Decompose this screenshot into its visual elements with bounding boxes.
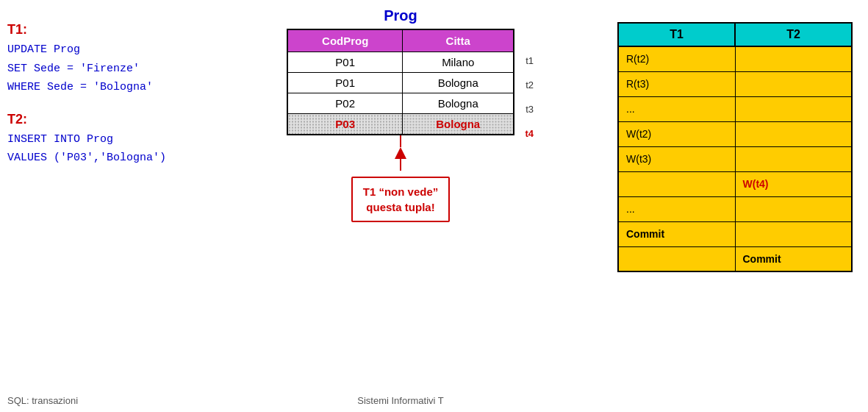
cell-t1-8: Commit <box>618 221 735 246</box>
cell-citta-2: Bologna <box>403 73 514 93</box>
time-t3: t3 <box>526 104 534 115</box>
timeline-row-8: Commit <box>618 221 852 246</box>
footer-left: SQL: transazioni <box>7 395 78 406</box>
t2-line-1: INSERT INTO Prog <box>7 130 257 149</box>
t2-line-2: VALUES ('P03','Bologna') <box>7 149 257 168</box>
header-codprog: CodProg <box>287 29 403 52</box>
t2-label: T2: <box>7 112 257 127</box>
timeline-row-9: Commit <box>618 246 852 271</box>
t1-code: UPDATE Prog SET Sede = 'Firenze' WHERE S… <box>7 40 257 97</box>
cell-t2-4 <box>735 121 852 146</box>
arrow-tooltip-group: T1 “non vede”questa tupla! <box>287 135 514 222</box>
timeline-row-4: W(t2) <box>618 121 852 146</box>
timeline-table: T1 T2 R(t2) R(t3) ... W(t2) W(t3) <box>617 22 853 272</box>
t1-line-3: WHERE Sede = 'Bologna' <box>7 78 257 97</box>
cell-t2-9: Commit <box>735 246 852 271</box>
header-citta: Citta <box>403 29 514 52</box>
header-t1: T1 <box>618 23 735 46</box>
center-panel: Prog CodProg Citta P01 Milano P01 Bologn… <box>287 7 514 222</box>
cell-cod-4: P03 <box>287 114 403 135</box>
cell-t1-9 <box>618 246 735 271</box>
cell-t1-6 <box>618 171 735 196</box>
time-t1: t1 <box>526 55 534 66</box>
arrow-line-down <box>400 159 401 171</box>
prog-table: CodProg Citta P01 Milano P01 Bologna P02… <box>287 29 514 135</box>
cell-t1-2: R(t3) <box>618 71 735 96</box>
timeline-row-1: R(t2) <box>618 46 852 71</box>
header-t2: T2 <box>735 23 852 46</box>
cell-t1-3: ... <box>618 96 735 121</box>
table-row: P01 Milano <box>287 52 514 73</box>
cell-t2-1 <box>735 46 852 71</box>
time-t2: t2 <box>526 79 534 90</box>
time-t4: t4 <box>525 128 534 139</box>
timeline-row-3: ... <box>618 96 852 121</box>
table-row-t4: P03 Bologna <box>287 114 514 135</box>
arrow-line-up <box>400 135 401 147</box>
cell-t1-5: W(t3) <box>618 146 735 171</box>
cell-cod-1: P01 <box>287 52 403 73</box>
cell-t2-6: W(t4) <box>735 171 852 196</box>
cell-citta-3: Bologna <box>403 93 514 114</box>
cell-citta-4: Bologna <box>403 114 514 135</box>
cell-t1-1: R(t2) <box>618 46 735 71</box>
t1-line-1: UPDATE Prog <box>7 40 257 60</box>
table-row: P01 Bologna <box>287 73 514 93</box>
cell-cod-2: P01 <box>287 73 403 93</box>
cell-t2-3 <box>735 96 852 121</box>
footer-center: Sistemi Informativi T <box>287 395 514 406</box>
right-panel: T1 T2 R(t2) R(t3) ... W(t2) W(t3) <box>617 22 853 272</box>
cell-t2-2 <box>735 71 852 96</box>
cell-t2-7 <box>735 196 852 221</box>
cell-t1-4: W(t2) <box>618 121 735 146</box>
cell-t1-7: ... <box>618 196 735 221</box>
cell-t2-8 <box>735 221 852 246</box>
tooltip-box: T1 “non vede”questa tupla! <box>351 177 451 222</box>
table-row: P02 Bologna <box>287 93 514 114</box>
t1-line-2: SET Sede = 'Firenze' <box>7 60 257 79</box>
t2-code: INSERT INTO Prog VALUES ('P03','Bologna'… <box>7 130 257 168</box>
prog-table-wrapper: CodProg Citta P01 Milano P01 Bologna P02… <box>287 29 514 135</box>
timeline-row-7: ... <box>618 196 852 221</box>
cell-cod-3: P02 <box>287 93 403 114</box>
timeline-row-2: R(t3) <box>618 71 852 96</box>
left-panel: T1: UPDATE Prog SET Sede = 'Firenze' WHE… <box>7 22 257 182</box>
timeline-row-5: W(t3) <box>618 146 852 171</box>
timeline-row-6: W(t4) <box>618 171 852 196</box>
cell-citta-1: Milano <box>403 52 514 73</box>
prog-title: Prog <box>287 7 514 24</box>
cell-t2-5 <box>735 146 852 171</box>
arrow-head-up <box>395 147 406 159</box>
t1-label: T1: <box>7 22 257 38</box>
